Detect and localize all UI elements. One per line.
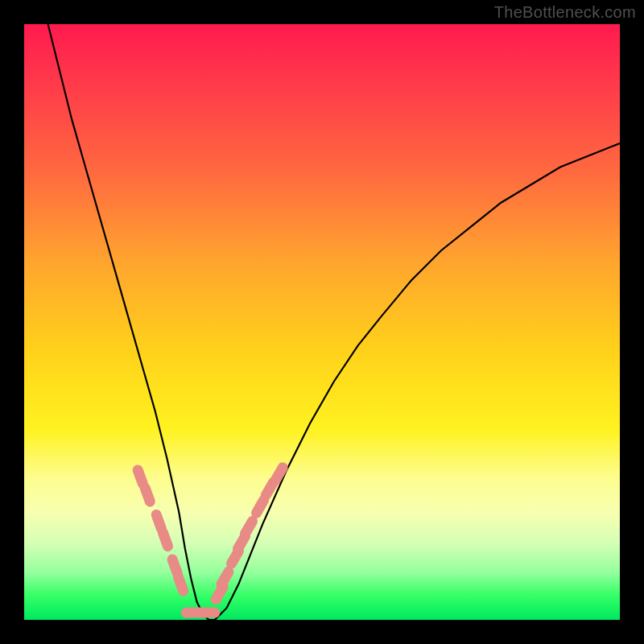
bead — [257, 501, 264, 514]
watermark-text: TheBottleneck.com — [494, 3, 636, 22]
bottleneck-chart — [24, 24, 620, 620]
bead — [221, 572, 229, 584]
bead — [156, 514, 161, 528]
bead — [246, 522, 253, 535]
bead-overlay — [138, 468, 283, 613]
chart-frame: TheBottleneck.com — [0, 0, 644, 644]
curve-line — [48, 24, 620, 620]
bead — [138, 470, 142, 484]
bead — [163, 533, 167, 547]
bead — [275, 468, 283, 481]
bead — [266, 482, 273, 495]
bead — [145, 488, 150, 502]
bead — [172, 559, 177, 573]
bead — [179, 577, 184, 591]
